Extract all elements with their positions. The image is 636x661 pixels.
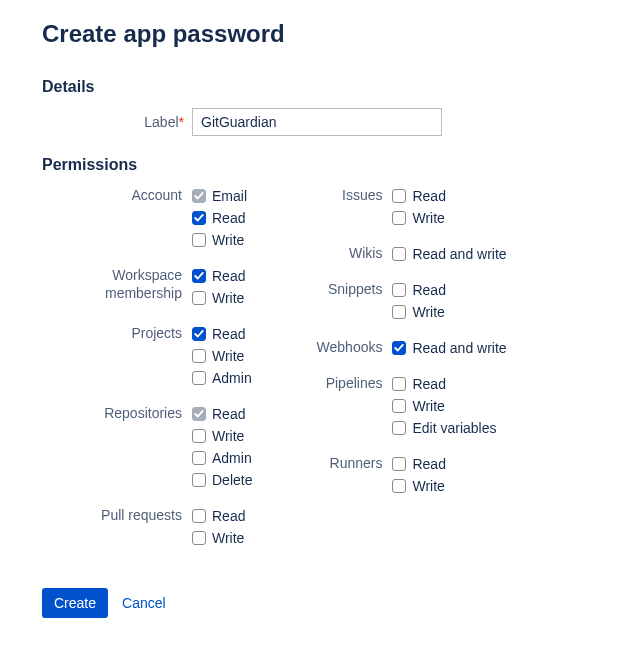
perm-option-pull-requests-write: Write	[192, 528, 245, 548]
checkbox-workspace-membership-write[interactable]	[192, 291, 206, 305]
checkbox-account-write[interactable]	[192, 233, 206, 247]
checkbox-label-pull-requests-read: Read	[212, 506, 245, 526]
perm-option-repositories-admin: Admin	[192, 448, 252, 468]
page-title: Create app password	[42, 20, 636, 48]
perm-group-pipelines: PipelinesReadWriteEdit variables	[312, 374, 506, 438]
checkbox-workspace-membership-read[interactable]	[192, 269, 206, 283]
checkbox-pull-requests-write[interactable]	[192, 531, 206, 545]
perm-group-label-repositories: Repositories	[42, 404, 192, 423]
section-permissions: Permissions	[42, 156, 636, 174]
checkbox-issues-write[interactable]	[392, 211, 406, 225]
perm-option-issues-write: Write	[392, 208, 445, 228]
perm-option-pipelines-read: Read	[392, 374, 496, 394]
perm-group-projects: ProjectsReadWriteAdmin	[42, 324, 252, 388]
create-button[interactable]: Create	[42, 588, 108, 618]
perm-option-snippets-read: Read	[392, 280, 445, 300]
checkbox-label-projects-read: Read	[212, 324, 245, 344]
checkbox-repositories-admin[interactable]	[192, 451, 206, 465]
checkbox-repositories-delete[interactable]	[192, 473, 206, 487]
perm-option-pipelines-write: Write	[392, 396, 496, 416]
perm-option-repositories-read: Read	[192, 404, 252, 424]
perm-group-account: AccountEmailReadWrite	[42, 186, 252, 250]
perm-option-projects-write: Write	[192, 346, 252, 366]
label-field-label: Label*	[42, 114, 192, 130]
checkbox-runners-write[interactable]	[392, 479, 406, 493]
perm-options-runners: ReadWrite	[392, 454, 445, 496]
checkbox-label-workspace-membership-write: Write	[212, 288, 244, 308]
perm-group-wikis: WikisRead and write	[312, 244, 506, 264]
perm-group-label-account: Account	[42, 186, 192, 205]
perm-options-pull-requests: ReadWrite	[192, 506, 245, 548]
checkbox-label-account-write: Write	[212, 230, 244, 250]
checkbox-label-pipelines-edit-variables: Edit variables	[412, 418, 496, 438]
perm-option-projects-admin: Admin	[192, 368, 252, 388]
perm-options-account: EmailReadWrite	[192, 186, 247, 250]
checkbox-label-wikis-read-and-write: Read and write	[412, 244, 506, 264]
perm-option-repositories-delete: Delete	[192, 470, 252, 490]
checkbox-label-pipelines-write: Write	[412, 396, 444, 416]
checkbox-account-email	[192, 189, 206, 203]
perm-group-label-issues: Issues	[312, 186, 392, 205]
checkbox-projects-admin[interactable]	[192, 371, 206, 385]
perm-group-pull-requests: Pull requestsReadWrite	[42, 506, 252, 548]
perm-options-projects: ReadWriteAdmin	[192, 324, 252, 388]
perm-group-label-snippets: Snippets	[312, 280, 392, 299]
checkbox-label-issues-read: Read	[412, 186, 445, 206]
checkbox-runners-read[interactable]	[392, 457, 406, 471]
label-input[interactable]	[192, 108, 442, 136]
perm-option-workspace-membership-write: Write	[192, 288, 245, 308]
perm-group-label-pipelines: Pipelines	[312, 374, 392, 393]
perm-group-workspace-membership: Workspace membershipReadWrite	[42, 266, 252, 308]
checkbox-label-repositories-admin: Admin	[212, 448, 252, 468]
checkbox-label-projects-admin: Admin	[212, 368, 252, 388]
checkbox-label-account-read: Read	[212, 208, 245, 228]
perm-group-label-wikis: Wikis	[312, 244, 392, 263]
checkbox-label-snippets-write: Write	[412, 302, 444, 322]
checkbox-label-pull-requests-write: Write	[212, 528, 244, 548]
perm-option-runners-read: Read	[392, 454, 445, 474]
perm-options-pipelines: ReadWriteEdit variables	[392, 374, 496, 438]
checkbox-snippets-read[interactable]	[392, 283, 406, 297]
checkbox-repositories-write[interactable]	[192, 429, 206, 443]
perm-group-label-workspace-membership: Workspace membership	[42, 266, 192, 302]
perm-group-webhooks: WebhooksRead and write	[312, 338, 506, 358]
perm-option-runners-write: Write	[392, 476, 445, 496]
perm-group-issues: IssuesReadWrite	[312, 186, 506, 228]
checkbox-label-webhooks-read-and-write: Read and write	[412, 338, 506, 358]
checkbox-account-read[interactable]	[192, 211, 206, 225]
checkbox-snippets-write[interactable]	[392, 305, 406, 319]
checkbox-label-repositories-write: Write	[212, 426, 244, 446]
permissions-column-right: IssuesReadWriteWikisRead and writeSnippe…	[312, 186, 506, 564]
checkbox-pipelines-write[interactable]	[392, 399, 406, 413]
checkbox-label-pipelines-read: Read	[412, 374, 445, 394]
checkbox-wikis-read-and-write[interactable]	[392, 247, 406, 261]
checkbox-pull-requests-read[interactable]	[192, 509, 206, 523]
perm-group-label-webhooks: Webhooks	[312, 338, 392, 357]
perm-group-runners: RunnersReadWrite	[312, 454, 506, 496]
perm-options-issues: ReadWrite	[392, 186, 445, 228]
checkbox-pipelines-edit-variables[interactable]	[392, 421, 406, 435]
checkbox-repositories-read	[192, 407, 206, 421]
perm-option-account-write: Write	[192, 230, 247, 250]
perm-options-workspace-membership: ReadWrite	[192, 266, 245, 308]
checkbox-label-snippets-read: Read	[412, 280, 445, 300]
checkbox-pipelines-read[interactable]	[392, 377, 406, 391]
permissions-column-left: AccountEmailReadWriteWorkspace membershi…	[42, 186, 252, 564]
checkbox-projects-read[interactable]	[192, 327, 206, 341]
section-details: Details	[42, 78, 636, 96]
perm-option-account-read: Read	[192, 208, 247, 228]
checkbox-label-issues-write: Write	[412, 208, 444, 228]
perm-group-repositories: RepositoriesReadWriteAdminDelete	[42, 404, 252, 490]
perm-option-pull-requests-read: Read	[192, 506, 245, 526]
checkbox-label-repositories-delete: Delete	[212, 470, 252, 490]
checkbox-label-runners-read: Read	[412, 454, 445, 474]
perm-options-wikis: Read and write	[392, 244, 506, 264]
checkbox-label-projects-write: Write	[212, 346, 244, 366]
checkbox-projects-write[interactable]	[192, 349, 206, 363]
perm-group-label-projects: Projects	[42, 324, 192, 343]
checkbox-issues-read[interactable]	[392, 189, 406, 203]
cancel-link[interactable]: Cancel	[122, 595, 166, 611]
checkbox-webhooks-read-and-write[interactable]	[392, 341, 406, 355]
perm-options-repositories: ReadWriteAdminDelete	[192, 404, 252, 490]
perm-option-snippets-write: Write	[392, 302, 445, 322]
